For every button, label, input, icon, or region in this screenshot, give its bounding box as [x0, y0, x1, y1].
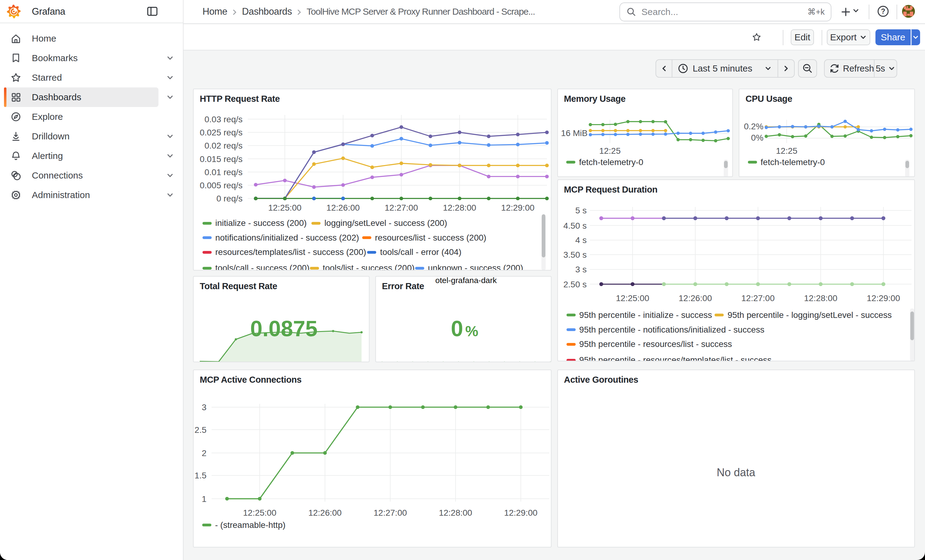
svg-text:12:26:00: 12:26:00: [678, 293, 712, 303]
svg-text:12:25: 12:25: [599, 146, 621, 156]
svg-text:2.50 s: 2.50 s: [563, 280, 586, 289]
svg-text:4 s: 4 s: [575, 236, 586, 245]
svg-text:5 s: 5 s: [575, 206, 586, 216]
svg-text:12:25:00: 12:25:00: [268, 203, 301, 212]
svg-text:4.50 s: 4.50 s: [563, 221, 586, 230]
svg-text:0 req/s: 0 req/s: [216, 194, 243, 203]
svg-text:12:26:00: 12:26:00: [308, 508, 342, 518]
svg-text:0%: 0%: [751, 133, 764, 143]
svg-text:16 MiB: 16 MiB: [561, 128, 587, 138]
svg-text:3.50 s: 3.50 s: [563, 250, 586, 260]
svg-text:12:29:00: 12:29:00: [504, 508, 538, 518]
svg-text:0.2%: 0.2%: [744, 122, 764, 131]
svg-text:0.02 req/s: 0.02 req/s: [205, 141, 243, 150]
svg-text:12:29:00: 12:29:00: [866, 293, 900, 303]
svg-text:12:25: 12:25: [776, 146, 797, 156]
svg-text:0: 0: [451, 316, 463, 341]
svg-text:0.005 req/s: 0.005 req/s: [200, 181, 243, 190]
svg-text:2: 2: [202, 449, 206, 458]
svg-text:12:27:00: 12:27:00: [741, 293, 774, 303]
svg-text:12:25:00: 12:25:00: [616, 293, 649, 303]
svg-text:12:27:00: 12:27:00: [374, 508, 407, 518]
svg-text:1: 1: [202, 494, 206, 504]
svg-text:0.01 req/s: 0.01 req/s: [205, 168, 243, 177]
svg-text:12:28:00: 12:28:00: [443, 203, 476, 212]
svg-text:%: %: [465, 323, 478, 339]
svg-text:12:26:00: 12:26:00: [326, 203, 360, 212]
svg-text:12:28:00: 12:28:00: [804, 293, 837, 303]
svg-text:3 s: 3 s: [575, 265, 586, 275]
svg-text:0.025 req/s: 0.025 req/s: [200, 128, 243, 137]
svg-text:12:25:00: 12:25:00: [243, 508, 277, 518]
svg-text:2.5: 2.5: [194, 425, 206, 435]
svg-text:12:27:00: 12:27:00: [385, 203, 418, 212]
svg-text:3: 3: [202, 402, 206, 412]
svg-text:12:28:00: 12:28:00: [439, 508, 472, 518]
svg-text:0.03 req/s: 0.03 req/s: [205, 115, 243, 124]
svg-text:12:29:00: 12:29:00: [501, 203, 534, 212]
svg-text:?: ?: [881, 8, 885, 15]
svg-text:0.0875: 0.0875: [250, 316, 318, 341]
svg-text:1.5: 1.5: [194, 471, 206, 480]
svg-text:0.015 req/s: 0.015 req/s: [200, 155, 243, 164]
